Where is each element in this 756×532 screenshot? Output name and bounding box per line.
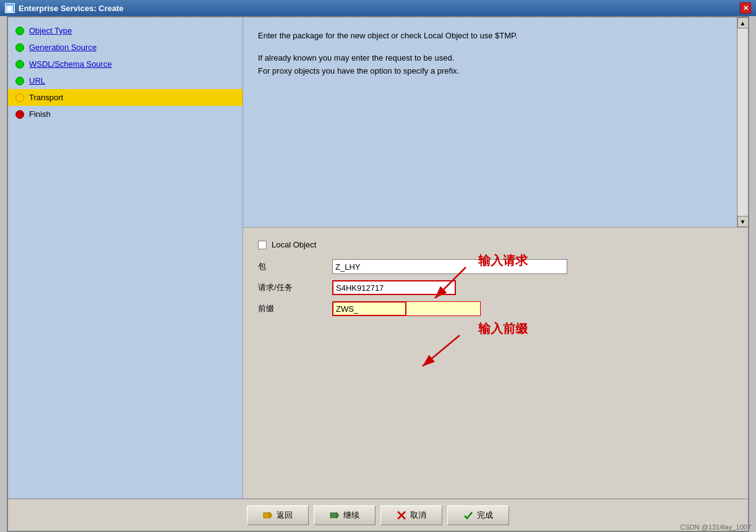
svg-marker-7 [337, 512, 339, 518]
right-panel: Enter the package for the new object or … [243, 17, 748, 499]
nav-dot-transport [15, 93, 24, 102]
nav-dot-url [15, 77, 24, 85]
scroll-down-arrow[interactable]: ▼ [737, 216, 749, 227]
request-row: 请求/任务 [258, 280, 733, 295]
nav-dot-wsdl-schema [15, 60, 24, 69]
finish-label: 完成 [477, 510, 493, 521]
prefix-row: 前缀 [258, 301, 733, 316]
form-area: Local Object 包 请求/任务 前缀 [243, 228, 748, 499]
nav-item-transport[interactable]: Transport [8, 89, 243, 106]
request-input[interactable] [332, 280, 456, 295]
finish-icon [463, 510, 473, 520]
svg-rect-4 [264, 513, 270, 518]
continue-button[interactable]: 继续 [314, 505, 376, 525]
annotation-prefix: 输入前缀 [478, 320, 528, 337]
cancel-icon [397, 510, 406, 520]
nav-item-object-type[interactable]: Object Type [8, 22, 243, 39]
nav-item-finish[interactable]: Finish [8, 106, 243, 122]
close-button[interactable]: ✕ [740, 2, 751, 14]
button-bar: 返回 继续 取消 [8, 499, 748, 531]
back-icon [263, 510, 273, 520]
scroll-up-arrow[interactable]: ▲ [737, 17, 749, 28]
continue-label: 继续 [343, 510, 359, 521]
nav-dot-generation-source [15, 43, 24, 52]
cancel-button[interactable]: 取消 [380, 505, 442, 525]
close-icon: ✕ [743, 4, 749, 12]
nav-item-generation-source[interactable]: Generation Source [8, 39, 243, 56]
dialog-title: Enterprise Services: Create [19, 4, 124, 13]
description-line4: For proxy objects you have the option to… [258, 65, 733, 78]
annotation-prefix-text: 输入前缀 [478, 322, 528, 335]
scroll-track [738, 28, 748, 216]
package-input[interactable] [332, 259, 567, 274]
nav-item-url[interactable]: URL [8, 72, 243, 89]
title-bar-text: ▣ Enterprise Services: Create [5, 3, 124, 13]
back-label: 返回 [277, 510, 293, 521]
nav-item-wsdl-schema[interactable]: WSDL/Schema Source [8, 56, 243, 72]
nav-label-wsdl-schema: WSDL/Schema Source [29, 59, 112, 69]
description-area: Enter the package for the new object or … [243, 17, 748, 228]
local-object-row: Local Object [258, 240, 733, 249]
description-line1: Enter the package for the new object or … [258, 30, 733, 43]
description-line3: If already known you may enter the reque… [258, 52, 733, 65]
local-object-label: Local Object [272, 240, 316, 249]
nav-label-object-type: Object Type [29, 26, 72, 35]
svg-rect-6 [330, 513, 337, 518]
scrollbar[interactable]: ▲ ▼ [737, 17, 748, 227]
nav-label-finish: Finish [29, 109, 51, 119]
finish-button[interactable]: 完成 [447, 505, 509, 525]
nav-dot-finish [15, 110, 24, 119]
app-icon: ▣ [5, 3, 15, 13]
nav-label-generation-source: Generation Source [29, 43, 97, 52]
package-label: 包 [258, 261, 332, 272]
package-row: 包 [258, 259, 733, 274]
svg-line-3 [423, 335, 460, 366]
continue-icon [330, 510, 340, 520]
prefix-input[interactable] [332, 301, 406, 316]
cancel-label: 取消 [410, 510, 426, 521]
nav-dot-object-type [15, 27, 24, 35]
nav-label-transport: Transport [29, 93, 63, 102]
request-label: 请求/任务 [258, 282, 332, 293]
title-bar: ▣ Enterprise Services: Create ✕ [0, 0, 756, 16]
content-area: Object Type Generation Source WSDL/Schem… [8, 17, 748, 499]
svg-marker-5 [270, 512, 272, 518]
watermark: CSDN @1314lay_1007 [680, 523, 751, 531]
nav-label-url: URL [29, 76, 45, 85]
prefix-label: 前缀 [258, 303, 332, 314]
left-nav-panel: Object Type Generation Source WSDL/Schem… [8, 17, 243, 499]
annotation-prefix-arrow [416, 335, 503, 385]
prefix-extend [406, 301, 481, 316]
local-object-checkbox[interactable] [258, 241, 267, 249]
back-button[interactable]: 返回 [247, 505, 309, 525]
main-dialog: Object Type Generation Source WSDL/Schem… [7, 16, 749, 532]
